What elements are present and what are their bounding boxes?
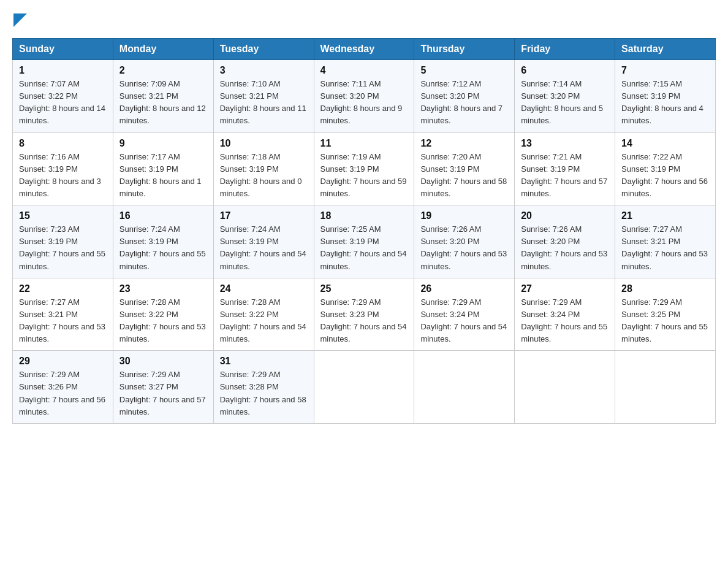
- day-number: 8: [19, 138, 107, 149]
- day-number: 12: [420, 138, 508, 149]
- svg-marker-0: [13, 13, 27, 27]
- day-info: Sunrise: 7:28 AMSunset: 3:22 PMDaylight:…: [119, 297, 206, 343]
- day-info: Sunrise: 7:14 AMSunset: 3:20 PMDaylight:…: [521, 79, 603, 125]
- header-saturday: Saturday: [615, 39, 716, 60]
- day-info: Sunrise: 7:26 AMSunset: 3:20 PMDaylight:…: [420, 224, 507, 270]
- day-info: Sunrise: 7:11 AMSunset: 3:20 PMDaylight:…: [320, 79, 403, 125]
- calendar-cell: 7 Sunrise: 7:15 AMSunset: 3:19 PMDayligh…: [615, 60, 716, 133]
- day-number: 22: [19, 283, 107, 294]
- day-number: 9: [119, 138, 207, 149]
- calendar-cell: [314, 351, 414, 424]
- day-number: 13: [521, 138, 609, 149]
- calendar-cell: 11 Sunrise: 7:19 AMSunset: 3:19 PMDaylig…: [314, 132, 414, 205]
- calendar-cell: 31 Sunrise: 7:29 AMSunset: 3:28 PMDaylig…: [213, 351, 314, 424]
- calendar-cell: 13 Sunrise: 7:21 AMSunset: 3:19 PMDaylig…: [515, 132, 615, 205]
- day-number: 29: [19, 356, 107, 367]
- day-number: 17: [220, 210, 308, 221]
- day-number: 1: [19, 65, 107, 76]
- calendar-cell: 22 Sunrise: 7:27 AMSunset: 3:21 PMDaylig…: [13, 278, 113, 351]
- logo: [12, 12, 27, 27]
- calendar-cell: 2 Sunrise: 7:09 AMSunset: 3:21 PMDayligh…: [113, 60, 213, 133]
- day-info: Sunrise: 7:19 AMSunset: 3:19 PMDaylight:…: [320, 152, 407, 198]
- day-number: 11: [320, 138, 408, 149]
- calendar-cell: 12 Sunrise: 7:20 AMSunset: 3:19 PMDaylig…: [414, 132, 515, 205]
- day-info: Sunrise: 7:29 AMSunset: 3:25 PMDaylight:…: [621, 297, 708, 343]
- day-info: Sunrise: 7:29 AMSunset: 3:23 PMDaylight:…: [320, 297, 407, 343]
- day-number: 23: [119, 283, 207, 294]
- day-number: 28: [621, 283, 709, 294]
- day-info: Sunrise: 7:24 AMSunset: 3:19 PMDaylight:…: [220, 224, 306, 270]
- calendar-week-row: 8 Sunrise: 7:16 AMSunset: 3:19 PMDayligh…: [13, 132, 716, 205]
- logo-arrow-icon: [13, 13, 27, 27]
- calendar-cell: 15 Sunrise: 7:23 AMSunset: 3:19 PMDaylig…: [13, 205, 113, 278]
- calendar-cell: 14 Sunrise: 7:22 AMSunset: 3:19 PMDaylig…: [615, 132, 716, 205]
- calendar-cell: 19 Sunrise: 7:26 AMSunset: 3:20 PMDaylig…: [414, 205, 515, 278]
- calendar-cell: 17 Sunrise: 7:24 AMSunset: 3:19 PMDaylig…: [213, 205, 314, 278]
- day-info: Sunrise: 7:17 AMSunset: 3:19 PMDaylight:…: [119, 152, 202, 198]
- day-number: 5: [420, 65, 508, 76]
- calendar-header-row: SundayMondayTuesdayWednesdayThursdayFrid…: [13, 39, 716, 60]
- day-number: 26: [420, 283, 508, 294]
- calendar-cell: 29 Sunrise: 7:29 AMSunset: 3:26 PMDaylig…: [13, 351, 113, 424]
- day-number: 4: [320, 65, 408, 76]
- day-info: Sunrise: 7:10 AMSunset: 3:21 PMDaylight:…: [220, 79, 306, 125]
- header-wednesday: Wednesday: [314, 39, 414, 60]
- day-info: Sunrise: 7:29 AMSunset: 3:24 PMDaylight:…: [521, 297, 607, 343]
- calendar-week-row: 22 Sunrise: 7:27 AMSunset: 3:21 PMDaylig…: [13, 278, 716, 351]
- day-info: Sunrise: 7:24 AMSunset: 3:19 PMDaylight:…: [119, 224, 206, 270]
- calendar-cell: 1 Sunrise: 7:07 AMSunset: 3:22 PMDayligh…: [13, 60, 113, 133]
- day-info: Sunrise: 7:18 AMSunset: 3:19 PMDaylight:…: [220, 152, 302, 198]
- day-number: 24: [220, 283, 308, 294]
- calendar-cell: 20 Sunrise: 7:26 AMSunset: 3:20 PMDaylig…: [515, 205, 615, 278]
- day-info: Sunrise: 7:20 AMSunset: 3:19 PMDaylight:…: [420, 152, 507, 198]
- day-info: Sunrise: 7:27 AMSunset: 3:21 PMDaylight:…: [19, 297, 105, 343]
- day-info: Sunrise: 7:15 AMSunset: 3:19 PMDaylight:…: [621, 79, 703, 125]
- calendar-cell: 16 Sunrise: 7:24 AMSunset: 3:19 PMDaylig…: [113, 205, 213, 278]
- day-number: 7: [621, 65, 709, 76]
- calendar-cell: 10 Sunrise: 7:18 AMSunset: 3:19 PMDaylig…: [213, 132, 314, 205]
- header-monday: Monday: [113, 39, 213, 60]
- calendar-cell: 23 Sunrise: 7:28 AMSunset: 3:22 PMDaylig…: [113, 278, 213, 351]
- calendar-cell: 27 Sunrise: 7:29 AMSunset: 3:24 PMDaylig…: [515, 278, 615, 351]
- day-number: 14: [621, 138, 709, 149]
- calendar-cell: 25 Sunrise: 7:29 AMSunset: 3:23 PMDaylig…: [314, 278, 414, 351]
- header-sunday: Sunday: [13, 39, 113, 60]
- calendar-cell: 24 Sunrise: 7:28 AMSunset: 3:22 PMDaylig…: [213, 278, 314, 351]
- day-number: 25: [320, 283, 408, 294]
- calendar-table: SundayMondayTuesdayWednesdayThursdayFrid…: [12, 38, 716, 424]
- calendar-cell: 18 Sunrise: 7:25 AMSunset: 3:19 PMDaylig…: [314, 205, 414, 278]
- day-info: Sunrise: 7:28 AMSunset: 3:22 PMDaylight:…: [220, 297, 306, 343]
- calendar-cell: [515, 351, 615, 424]
- day-number: 27: [521, 283, 609, 294]
- day-number: 10: [220, 138, 308, 149]
- day-info: Sunrise: 7:21 AMSunset: 3:19 PMDaylight:…: [521, 152, 607, 198]
- day-info: Sunrise: 7:29 AMSunset: 3:27 PMDaylight:…: [119, 370, 206, 416]
- header-tuesday: Tuesday: [213, 39, 314, 60]
- calendar-cell: 6 Sunrise: 7:14 AMSunset: 3:20 PMDayligh…: [515, 60, 615, 133]
- day-info: Sunrise: 7:22 AMSunset: 3:19 PMDaylight:…: [621, 152, 708, 198]
- calendar-cell: 28 Sunrise: 7:29 AMSunset: 3:25 PMDaylig…: [615, 278, 716, 351]
- day-info: Sunrise: 7:29 AMSunset: 3:24 PMDaylight:…: [420, 297, 507, 343]
- day-number: 15: [19, 210, 107, 221]
- day-number: 30: [119, 356, 207, 367]
- calendar-cell: 5 Sunrise: 7:12 AMSunset: 3:20 PMDayligh…: [414, 60, 515, 133]
- calendar-cell: 9 Sunrise: 7:17 AMSunset: 3:19 PMDayligh…: [113, 132, 213, 205]
- day-number: 16: [119, 210, 207, 221]
- day-number: 18: [320, 210, 408, 221]
- calendar-cell: 3 Sunrise: 7:10 AMSunset: 3:21 PMDayligh…: [213, 60, 314, 133]
- day-number: 20: [521, 210, 609, 221]
- day-info: Sunrise: 7:29 AMSunset: 3:28 PMDaylight:…: [220, 370, 306, 416]
- calendar-cell: 4 Sunrise: 7:11 AMSunset: 3:20 PMDayligh…: [314, 60, 414, 133]
- day-number: 21: [621, 210, 709, 221]
- day-info: Sunrise: 7:23 AMSunset: 3:19 PMDaylight:…: [19, 224, 105, 270]
- day-info: Sunrise: 7:12 AMSunset: 3:20 PMDaylight:…: [420, 79, 502, 125]
- day-info: Sunrise: 7:16 AMSunset: 3:19 PMDaylight:…: [19, 152, 101, 198]
- calendar-week-row: 29 Sunrise: 7:29 AMSunset: 3:26 PMDaylig…: [13, 351, 716, 424]
- day-info: Sunrise: 7:07 AMSunset: 3:22 PMDaylight:…: [19, 79, 105, 125]
- calendar-cell: 30 Sunrise: 7:29 AMSunset: 3:27 PMDaylig…: [113, 351, 213, 424]
- calendar-cell: [615, 351, 716, 424]
- calendar-cell: 26 Sunrise: 7:29 AMSunset: 3:24 PMDaylig…: [414, 278, 515, 351]
- header-thursday: Thursday: [414, 39, 515, 60]
- calendar-week-row: 15 Sunrise: 7:23 AMSunset: 3:19 PMDaylig…: [13, 205, 716, 278]
- calendar-cell: [414, 351, 515, 424]
